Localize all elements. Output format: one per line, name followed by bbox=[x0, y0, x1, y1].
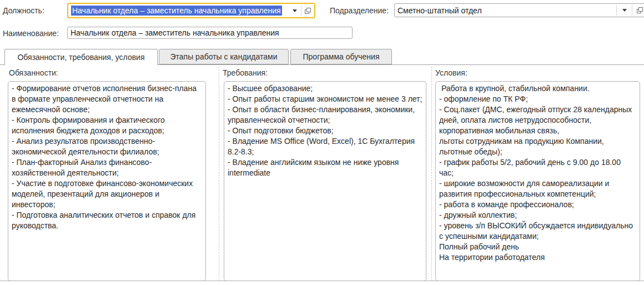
open-icon bbox=[304, 7, 311, 14]
chevron-down-icon bbox=[622, 9, 627, 12]
name-label: Наименование: bbox=[3, 29, 59, 38]
tab-training-program[interactable]: Программа обучения bbox=[290, 49, 392, 64]
column-splitter bbox=[219, 67, 219, 281]
department-label: Подразделение: bbox=[330, 6, 389, 15]
department-combobox-value[interactable]: Сметно-штатный отдел bbox=[395, 4, 616, 17]
name-input[interactable] bbox=[67, 27, 353, 39]
requirements-textarea[interactable]: - Высшее образование; - Опыт работы стар… bbox=[224, 81, 426, 281]
duties-textarea[interactable]: - Формирование отчетов исполнения бизнес… bbox=[8, 81, 206, 281]
tab-label: Программа обучения bbox=[303, 52, 380, 61]
position-dropdown-button[interactable] bbox=[288, 4, 301, 17]
bottom-divider bbox=[0, 281, 644, 281]
vacancy-form: { "header": { "position_label": "Должнос… bbox=[0, 0, 644, 285]
conditions-textarea[interactable]: Работа в крупной, стабильной компании. -… bbox=[435, 81, 640, 281]
position-selected-text: Начальник отдела – заместитель начальник… bbox=[71, 6, 282, 16]
position-combobox-value[interactable]: Начальник отдела – заместитель начальник… bbox=[68, 4, 288, 17]
tab-duties-requirements-conditions[interactable]: Обязанности, требования, условия bbox=[4, 49, 158, 65]
open-icon bbox=[636, 7, 643, 14]
department-open-button[interactable] bbox=[632, 4, 644, 17]
duties-label: Обязанности: bbox=[9, 68, 58, 77]
conditions-label: Условия: bbox=[435, 68, 467, 77]
chevron-down-icon bbox=[293, 9, 297, 12]
tab-label: Этапы работы с кандидатами bbox=[170, 52, 277, 61]
requirements-label: Требования: bbox=[223, 68, 268, 77]
position-combobox[interactable]: Начальник отдела – заместитель начальник… bbox=[67, 3, 315, 18]
position-label: Должность: bbox=[3, 6, 44, 15]
tab-label: Обязанности, требования, условия bbox=[17, 53, 144, 62]
column-splitter bbox=[431, 67, 432, 281]
department-combobox[interactable]: Сметно-штатный отдел bbox=[394, 3, 644, 17]
tab-candidate-stages[interactable]: Этапы работы с кандидатами bbox=[159, 49, 289, 64]
position-open-button[interactable] bbox=[301, 4, 314, 17]
department-dropdown-button[interactable] bbox=[617, 4, 632, 17]
